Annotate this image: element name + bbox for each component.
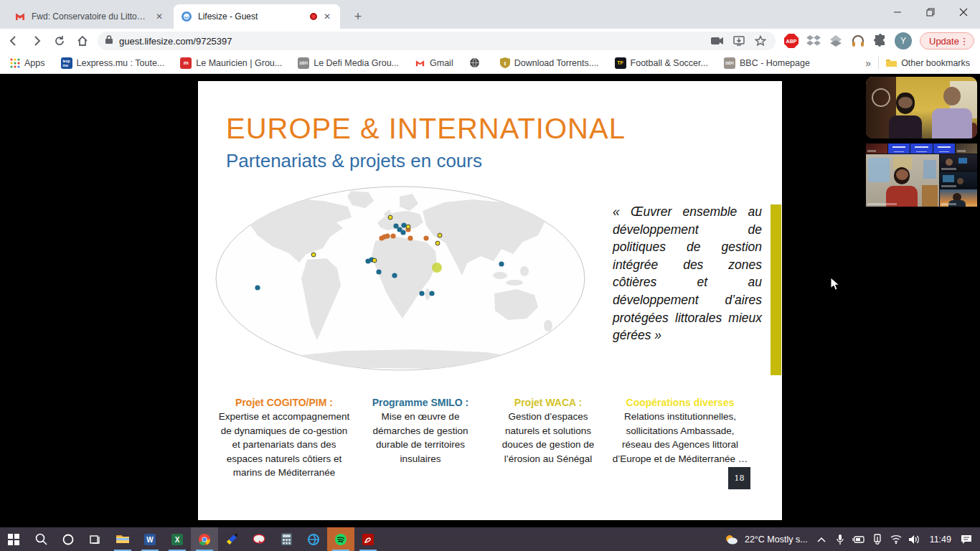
cortana-button[interactable] — [55, 527, 82, 551]
home-icon[interactable] — [73, 32, 92, 50]
bookmarks-bar: Apps lexpmu Lexpress.mu : Toute... m Le … — [0, 52, 980, 74]
globe-icon — [469, 57, 480, 68]
bookmark-defi[interactable]: DÉFI Le Defi Media Grou... — [298, 57, 399, 69]
map-dot-orange — [390, 233, 395, 238]
audio-participant-tile[interactable] — [910, 143, 932, 154]
profile-avatar[interactable]: Y — [895, 32, 912, 50]
grid-top-row — [866, 143, 977, 154]
excel-button[interactable]: X — [164, 527, 191, 551]
speaker-icon[interactable] — [905, 527, 924, 551]
acrobat-button[interactable] — [354, 527, 382, 551]
camera-icon[interactable] — [710, 33, 725, 49]
calculator-button[interactable] — [273, 527, 300, 551]
browser-toolbar: guest.lifesize.com/9725397 ABP Y Update … — [0, 29, 980, 52]
tab-close-icon[interactable]: ✕ — [321, 11, 333, 22]
close-window-button[interactable] — [947, 0, 980, 24]
install-icon[interactable] — [731, 33, 747, 49]
participant-tile-large[interactable] — [866, 154, 939, 207]
power-icon[interactable] — [849, 527, 868, 551]
participant-silhouette — [932, 87, 972, 138]
file-explorer-button[interactable] — [109, 527, 136, 551]
system-tray: 22°C Mostly s... 11:49 — [722, 527, 980, 551]
shelf — [922, 185, 938, 207]
minimize-button[interactable] — [881, 0, 914, 24]
taskbar: W X 22°C Mostly s... 11:49 — [0, 527, 980, 551]
participant-video-grid[interactable] — [866, 143, 977, 207]
lexpress-icon: lexpmu — [61, 57, 72, 69]
weather-icon[interactable] — [722, 527, 740, 551]
layers-extension-icon[interactable] — [828, 33, 844, 49]
pen-app-button[interactable] — [218, 527, 245, 551]
bookmark-lexpress[interactable]: lexpmu Lexpress.mu : Toute... — [61, 57, 165, 69]
bookmark-star-icon[interactable] — [753, 33, 768, 49]
bookmarks-separator — [878, 57, 879, 70]
dropbox-icon[interactable] — [806, 33, 821, 49]
participant-tile[interactable] — [956, 143, 977, 154]
participant-tile[interactable] — [940, 154, 977, 171]
word-button[interactable]: W — [136, 527, 164, 551]
adblock-plus-icon[interactable]: ABP — [783, 33, 799, 49]
start-button[interactable] — [0, 527, 27, 551]
svg-text:t: t — [504, 60, 506, 67]
wifi-icon[interactable] — [887, 527, 905, 551]
wall-art — [872, 88, 890, 107]
spotify-button[interactable] — [327, 527, 354, 551]
reload-icon[interactable] — [50, 32, 69, 50]
action-center-icon[interactable] — [957, 527, 976, 551]
tab-gmail[interactable]: Fwd: Conservatoire du Littoral - F ✕ — [7, 4, 172, 29]
bookmark-torrents[interactable]: t Download Torrents.... — [500, 57, 599, 68]
weather-text[interactable]: 22°C Mostly s... — [745, 534, 808, 545]
internet-explorer-button[interactable] — [300, 527, 327, 551]
address-bar[interactable]: guest.lifesize.com/9725397 — [98, 32, 776, 50]
update-label: Update — [929, 36, 959, 47]
browser-menu-icon[interactable]: ⋮ — [959, 36, 969, 47]
map-dot-yellow — [372, 258, 377, 263]
tray-chevron-icon[interactable] — [812, 527, 831, 551]
map-dot-orange — [385, 233, 390, 238]
column-cogito: Projet COGITO/PIM : Expertise et accompa… — [218, 397, 350, 480]
audio-participant-tile[interactable] — [888, 143, 910, 154]
back-icon[interactable] — [4, 32, 23, 50]
page-number-badge: 18 — [728, 467, 750, 489]
column-heading: Projet WACA : — [495, 397, 601, 408]
usb-icon[interactable] — [868, 527, 887, 551]
taskbar-clock[interactable]: 11:49 — [930, 534, 951, 545]
communication-app-button[interactable] — [245, 527, 273, 551]
defi-icon: DÉFI — [298, 57, 309, 69]
restore-button[interactable] — [914, 0, 947, 24]
svg-text:W: W — [146, 536, 154, 544]
extensions-puzzle-icon[interactable] — [872, 33, 888, 49]
audio-participant-tile[interactable] — [933, 143, 955, 154]
chrome-button[interactable] — [191, 527, 218, 551]
other-bookmarks-button[interactable]: Other bookmarks — [886, 58, 970, 68]
url-text[interactable]: guest.lifesize.com/9725397 — [119, 36, 704, 47]
new-tab-button[interactable]: + — [349, 7, 367, 26]
gmail-bookmark-icon — [415, 57, 425, 68]
bookmark-globe[interactable] — [469, 57, 484, 68]
update-button[interactable]: Update ⋮ — [920, 32, 974, 50]
participant-silhouette — [886, 167, 918, 207]
search-button[interactable] — [27, 527, 55, 551]
headphones-extension-icon[interactable] — [850, 33, 866, 49]
participant-tile[interactable] — [940, 172, 977, 189]
map-dot-blue — [400, 230, 405, 235]
bookmark-mauricien[interactable]: m Le Mauricien | Grou... — [180, 57, 282, 69]
world-map — [215, 185, 588, 372]
participant-tile[interactable] — [866, 143, 887, 154]
map-dot-blue — [401, 222, 406, 227]
tab-close-icon[interactable]: ✕ — [154, 11, 165, 22]
microphone-icon[interactable] — [831, 527, 849, 551]
bookmarks-overflow-button[interactable]: » — [865, 57, 871, 69]
participant-video-main[interactable] — [866, 77, 977, 138]
bookmark-apps[interactable]: Apps — [10, 58, 45, 68]
bookmark-gmail[interactable]: Gmail — [415, 57, 453, 68]
bookmark-bbc[interactable]: DÉFI BBC - Homepage — [724, 57, 810, 69]
task-view-button[interactable] — [82, 527, 109, 551]
map-dot-blue — [255, 285, 260, 290]
bookmark-football[interactable]: TF Football & Soccer... — [615, 57, 708, 69]
wall-map — [923, 160, 936, 179]
participant-tile[interactable] — [940, 189, 977, 207]
bookmark-label: Apps — [24, 58, 45, 68]
tab-lifesize[interactable]: Lifesize - Guest ✕ — [174, 4, 340, 29]
forward-icon[interactable] — [27, 32, 46, 50]
